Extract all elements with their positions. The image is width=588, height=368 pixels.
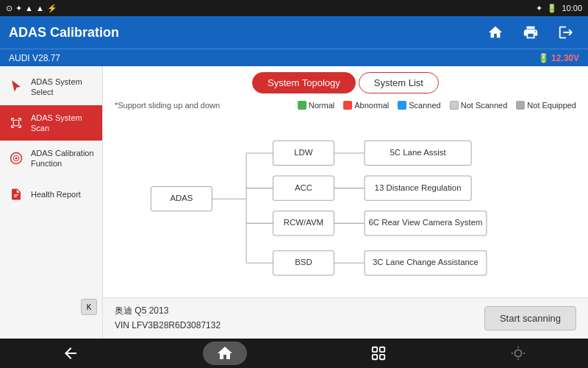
legend-normal-label: Normal [309,101,334,110]
print-icon [523,24,539,40]
tab-list[interactable]: System List [359,72,439,93]
not-scanned-dot [450,101,459,110]
nav-home-icon [215,344,235,362]
vehicle-vin: VIN LFV3B28R6D3087132 [115,319,220,333]
android-home-button[interactable] [203,342,247,365]
vehicle-version: AUDI V28.77 [9,53,60,63]
acc-label: ACC [295,183,312,192]
clock: 10:00 [562,4,582,13]
back-icon [62,344,79,362]
battery-icon: 🔋 [547,4,557,13]
topology-svg: ADAS LDW 5C Lane Assist ACC [103,114,588,297]
bluetooth-status-icon: ✦ [536,4,542,13]
exit-button[interactable] [553,19,579,46]
sidebar-item-calibration[interactable]: ADAS Calibration Function [0,141,102,177]
sidebar-label-scan: ADAS System Scan [31,113,95,134]
not-equipped-dot [516,101,525,110]
legend-not-scanned: Not Scanned [450,101,508,110]
android-nav-bar [0,339,588,368]
sidebar: ADAS System Select ADAS System Scan ADAS… [0,66,103,339]
scanned-dot [398,101,406,110]
app-title: ADAS Calibration [9,25,119,40]
svg-point-3 [15,158,18,160]
sidebar-label-health: Health Report [31,189,81,199]
svg-rect-9 [380,355,384,359]
legend-not-scanned-label: Not Scanned [461,101,508,110]
header: ADAS Calibration [0,16,588,49]
legend-note: *Support sliding up and down [115,101,220,110]
legend-not-equipped: Not Equipped [516,101,576,110]
cursor-icon [7,78,25,96]
home-icon [487,24,503,40]
legend-not-equipped-label: Not Equipped [527,101,576,110]
svg-rect-6 [373,347,377,352]
svg-rect-0 [13,120,19,126]
battery-charging-icon: ⚡ [47,4,57,13]
bottom-info-bar: 奥迪 Q5 2013 VIN LFV3B28R6D3087132 Start s… [103,297,588,339]
bsd-label: BSD [295,258,312,266]
status-bar: ⊙ ✦ ▲ ▲ ⚡ ✦ 🔋 10:00 [0,0,588,16]
lane-change-label: 3C Lane Change Assistance [373,258,478,266]
status-left: ⊙ ✦ ▲ ▲ ⚡ [6,4,57,13]
collapse-sidebar-button[interactable]: K [81,299,97,315]
normal-dot [298,101,306,110]
rear-camera-label: 6C Rear View Camera System [368,218,482,227]
adas-label: ADAS [170,194,193,202]
svg-point-10 [514,350,521,356]
content-area: System Topology System List *Support sli… [103,66,588,339]
android-recent-button[interactable] [370,345,387,361]
abnormal-dot [343,101,352,110]
scan-icon [7,114,25,132]
signal-icon: ▲ [25,4,33,13]
header-actions [482,19,579,46]
settings-icon [510,345,526,361]
legend-scanned: Scanned [398,101,440,110]
sub-header: AUDI V28.77 🔋 12.30V [0,49,588,66]
vehicle-name: 奥迪 Q5 2013 [115,304,220,318]
lane-assist-label: 5C Lane Assist [390,148,447,157]
sidebar-item-select[interactable]: ADAS System Select [0,69,102,105]
home-button[interactable] [482,19,509,46]
tab-topology[interactable]: System Topology [252,72,356,93]
voltage-display: 🔋 12.30V [538,53,579,63]
sidebar-item-health[interactable]: Health Report [0,177,102,212]
legend-normal: Normal [298,101,334,110]
recent-icon [370,345,387,361]
vehicle-detail: 奥迪 Q5 2013 VIN LFV3B28R6D3087132 [115,304,220,332]
legend-abnormal-label: Abnormal [354,101,389,110]
report-icon [7,185,25,203]
voltage-value: 12.30V [551,53,579,63]
distance-reg-label: 13 Distance Regulation [375,183,462,192]
legend-bar: *Support sliding up and down Normal Abno… [103,99,588,114]
target-icon [7,149,25,167]
svg-rect-8 [373,355,377,359]
android-icon: ⊙ [6,4,12,13]
android-settings-button[interactable] [510,345,526,361]
exit-icon [558,24,574,40]
status-right: ✦ 🔋 10:00 [536,4,582,13]
topology-diagram: ADAS LDW 5C Lane Assist ACC [103,114,588,297]
ldw-label: LDW [294,148,313,157]
wifi-icon: ▲ [36,4,44,13]
sidebar-label-calibration: ADAS Calibration Function [31,148,95,169]
start-scanning-button[interactable]: Start scanning [484,306,576,330]
svg-rect-7 [380,347,384,352]
sidebar-label-select: ADAS System Select [31,77,95,98]
sidebar-item-scan[interactable]: ADAS System Scan [0,105,102,141]
bluetooth-icon: ✦ [15,4,22,13]
legend-abnormal: Abnormal [343,101,389,110]
rcwavm-label: RCW/AVM [284,218,323,227]
android-back-button[interactable] [62,344,79,362]
legend-scanned-label: Scanned [409,101,440,110]
main-layout: ADAS System Select ADAS System Scan ADAS… [0,66,588,339]
tab-bar: System Topology System List [103,66,588,99]
battery-small-icon: 🔋 [538,53,549,63]
print-button[interactable] [517,19,544,46]
